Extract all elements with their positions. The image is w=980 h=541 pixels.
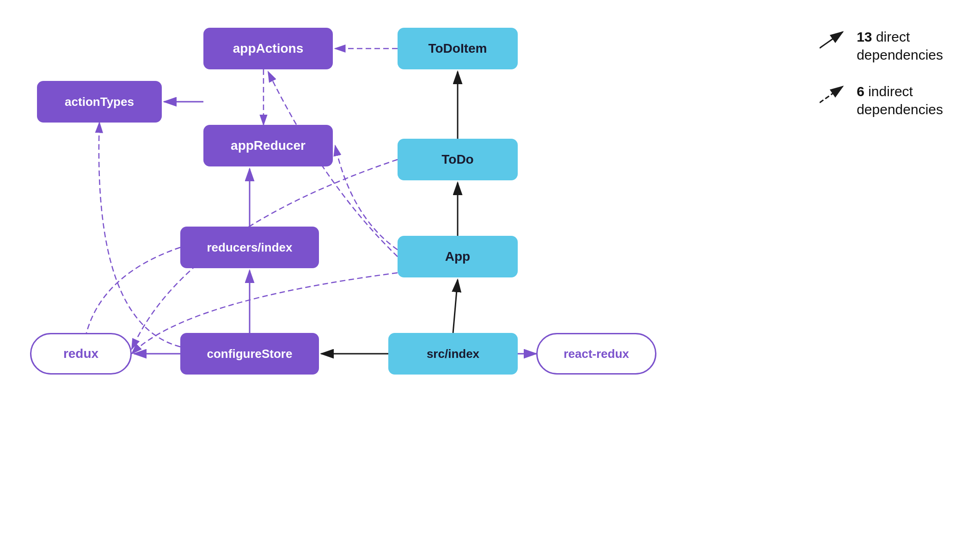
legend-area: 13 directdependencies 6 indirectdependen… xyxy=(820,28,943,137)
diagram-container: appActions actionTypes appReducer reduce… xyxy=(0,0,980,541)
node-ToDoItem: ToDoItem xyxy=(398,28,518,69)
direct-arrow-icon xyxy=(820,30,847,55)
node-configureStore: configureStore xyxy=(180,333,319,375)
svg-line-5 xyxy=(453,280,458,333)
node-redux: redux xyxy=(30,333,132,375)
svg-line-17 xyxy=(820,32,843,48)
node-reactRedux: react-redux xyxy=(536,333,656,375)
node-ToDo: ToDo xyxy=(398,139,518,180)
indirect-arrow-icon xyxy=(820,84,847,109)
legend-indirect-text: 6 indirectdependencies xyxy=(857,82,943,118)
node-appActions: appActions xyxy=(203,28,333,69)
legend-direct: 13 directdependencies xyxy=(820,28,943,64)
legend-indirect: 6 indirectdependencies xyxy=(820,82,943,118)
node-App: App xyxy=(398,236,518,277)
node-appReducer: appReducer xyxy=(203,125,333,166)
node-actionTypes: actionTypes xyxy=(37,81,162,123)
node-reducersIndex: reducers/index xyxy=(180,227,319,268)
svg-line-19 xyxy=(820,86,843,103)
node-srcIndex: src/index xyxy=(388,333,518,375)
legend-direct-text: 13 directdependencies xyxy=(857,28,943,64)
